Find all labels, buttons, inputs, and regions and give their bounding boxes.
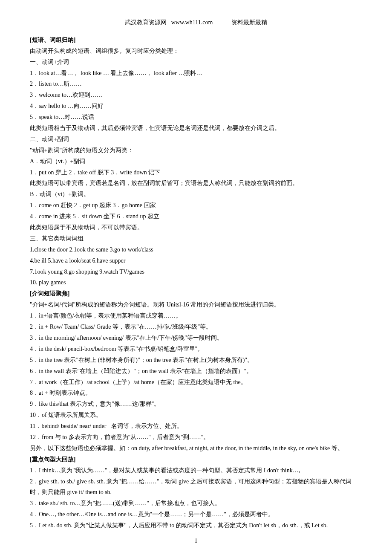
prep-item: 5．in the tree 表示"在树上 (非树本身所有)"；on the tr… xyxy=(30,355,362,366)
cat1-title: 一、动词+介词 xyxy=(30,57,362,68)
prep-item: 8．at + 时刻表示钟点。 xyxy=(30,387,362,399)
cat2-b-line: 4．come in 进来 5．sit down 坐下 6．stand up 起立 xyxy=(30,211,362,222)
sentence-item: 3．take sb./ sth. to…意为"把……(送)带到……"，后常接地点… xyxy=(30,498,362,509)
prep-item: 4．in the desk/ pencil-box/bedroom 等表示"在书… xyxy=(30,344,362,355)
cat2-a-line: 1．put on 穿上 2．take off 脱下 3．write down 记… xyxy=(30,167,362,178)
cat2-b-note: 此类短语属于不及物动词，不可以带宾语。 xyxy=(30,222,362,233)
header-note: 资料最新最精 xyxy=(231,19,267,26)
cat1-item: 3．welcome to…欢迎到…… xyxy=(30,90,362,101)
cat1-item: 2．listen to…听…… xyxy=(30,78,362,90)
prep-item: 1．in+语言/颜色/衣帽等，表示使用某种语言或穿着……。 xyxy=(30,310,362,321)
prep-item: 2．in + Row/ Team/ Class/ Grade 等，表示"在……排… xyxy=(30,321,362,332)
document-page: 武汉教育资源网 www.wh111.com 资料最新最精 [短语、词组归纳] 由… xyxy=(0,0,392,555)
cat2-b-title: B．动词（vi）+副词。 xyxy=(30,189,362,200)
prep-item: 10．of 短语表示所属关系。 xyxy=(30,410,362,421)
cat1-item: 1．look at…看…， look like … 看上去像……， look a… xyxy=(30,68,362,79)
site-url xyxy=(168,19,171,26)
section-title-prep: [介词短语聚焦] xyxy=(30,288,362,299)
header-divider xyxy=(30,30,362,30)
prep-item: 3．in the morning/ afternoon/ evening/ 表示… xyxy=(30,332,362,344)
sentence-item: 1．I think…意为"我认为……"，是对某人或某事的看法或态度的一种句型。其… xyxy=(30,465,362,476)
cat3-line: 10. play games xyxy=(30,277,362,288)
prep-item: 11．behind/ beside/ near/ under+ 名词等，表示方位… xyxy=(30,421,362,432)
cat2-title: 二、动词+副词 xyxy=(30,134,362,145)
cat2-intro: "动词+副词"所构成的短语义分为两类： xyxy=(30,145,362,156)
prep-item: 9．like this/that 表示方式，意为"像……这/那样"。 xyxy=(30,399,362,410)
sentence-item: 5．Let sb. do sth. 意为"让某人做某事"，人后应用不带 to 的… xyxy=(30,520,362,531)
site-name: 武汉教育资源网 xyxy=(125,19,167,26)
section-title-sentences: [重点句型大回放] xyxy=(30,454,362,465)
prep-extra: 另外，以下这些短语也必须掌握。如：on duty, after breakfas… xyxy=(30,443,362,454)
site-url-text: www.wh111.com xyxy=(171,19,213,26)
section-title-phrases: [短语、词组归纳] xyxy=(30,35,362,46)
cat1-item: 4．say hello to …向……问好 xyxy=(30,101,362,112)
cat2-a-title: A．动词（vt.）+副词 xyxy=(30,156,362,167)
prep-item: 6．in the wall 表示"在墙上（凹陷进去）"；on the wall … xyxy=(30,366,362,377)
cat1-note: 此类短语相当于及物动词，其后必须带宾语，但宾语无论是名词还是代词，都要放在介词之… xyxy=(30,123,362,134)
prep-item: 7．at work（在工作）/at school（上学）/at home（在家）… xyxy=(30,377,362,388)
page-number: 1 xyxy=(0,535,392,546)
prep-intro: "介词+名词/代词"所构成的短语称为介词短语。现将 Unitsl-16 常用的介… xyxy=(30,299,362,310)
cat1-item: 5．speak to…对……说话 xyxy=(30,112,362,123)
cat3-title: 三、其它类动词词组 xyxy=(30,233,362,244)
sentence-item: 2．give sth. to sb./ give sb. sth. 意为"把……… xyxy=(30,476,362,498)
phrases-intro: 由动词开头构成的短语、词组很多。复习时应分类处理： xyxy=(30,46,362,57)
cat3-line: 1.close the door 2.1ook the same 3.go to… xyxy=(30,244,362,255)
cat2-b-line: 1．come on 赶快 2．get up 起床 3．go home 回家 xyxy=(30,200,362,211)
document-body: [短语、词组归纳] 由动词开头构成的短语、词组很多。复习时应分类处理： 一、动词… xyxy=(30,35,362,531)
sentence-item: 4．One…, the other…/One is…and one is…意为"… xyxy=(30,509,362,520)
page-header: 武汉教育资源网 www.wh111.com 资料最新最精 xyxy=(30,17,362,28)
cat3-line: 4.be ill 5.have a look/seat 6.have suppe… xyxy=(30,255,362,266)
cat3-line: 7.1ook young 8.go shopping 9.watch TV/ga… xyxy=(30,266,362,278)
cat2-a-note: 此类短语可以带宾语，宾语若是名词，放在副词前后皆可；宾语若是人称代词，只能放在副… xyxy=(30,178,362,189)
prep-item: 12．from 与 to 多表示方向，前者意为"从……"，后者意为"到……"。 xyxy=(30,432,362,443)
